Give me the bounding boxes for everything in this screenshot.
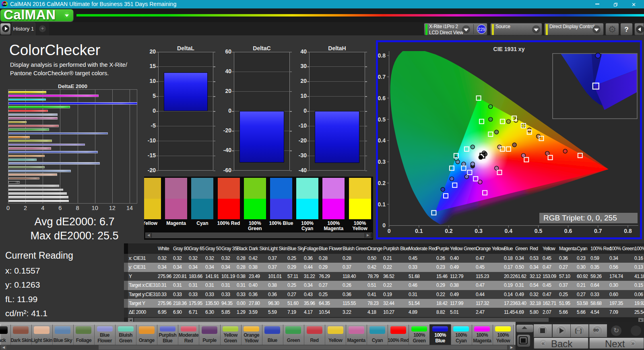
svg-text:0: 0 bbox=[382, 222, 386, 229]
svg-text:0.7: 0.7 bbox=[594, 228, 602, 234]
svg-text:0.5: 0.5 bbox=[535, 228, 543, 234]
svg-text:0.8: 0.8 bbox=[378, 52, 386, 59]
svg-text:0.4: 0.4 bbox=[505, 228, 513, 234]
svg-text:0.1: 0.1 bbox=[378, 201, 386, 208]
svg-text:0: 0 bbox=[388, 228, 391, 234]
svg-text:0.7: 0.7 bbox=[378, 74, 386, 80]
svg-text:0.6: 0.6 bbox=[564, 228, 572, 234]
svg-text:0.8: 0.8 bbox=[624, 228, 632, 234]
svg-text:RGB Triplet: 0, 0, 255: RGB Triplet: 0, 0, 255 bbox=[543, 214, 617, 222]
svg-text:0.2: 0.2 bbox=[445, 228, 453, 234]
svg-text:0.2: 0.2 bbox=[378, 180, 386, 186]
svg-text:0.5: 0.5 bbox=[378, 116, 386, 123]
svg-text:0.1: 0.1 bbox=[415, 228, 423, 234]
svg-text:0.3: 0.3 bbox=[475, 228, 483, 234]
svg-text:0.6: 0.6 bbox=[378, 95, 386, 101]
svg-text:0.4: 0.4 bbox=[378, 137, 386, 144]
svg-text:0.3: 0.3 bbox=[378, 159, 386, 165]
